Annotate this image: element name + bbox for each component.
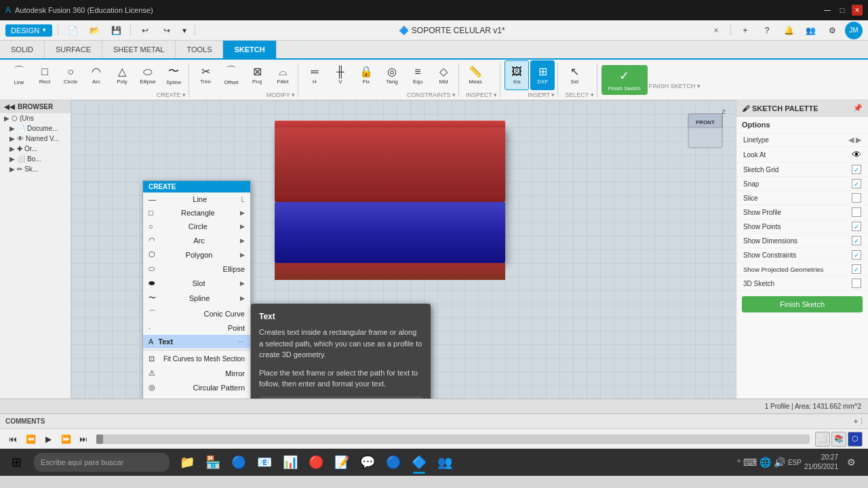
next-frame-button[interactable]: ⏩ bbox=[58, 432, 73, 447]
insert-image-tool[interactable]: 🖼Ins bbox=[505, 60, 529, 90]
3d-sketch-checkbox[interactable] bbox=[852, 279, 861, 288]
taskbar-chrome[interactable]: 🔴 bbox=[304, 450, 328, 474]
taskbar-fusion[interactable]: 🔷 bbox=[407, 450, 431, 474]
notification-icon[interactable]: 🔔 bbox=[780, 23, 797, 38]
arc-tool[interactable]: ◠Arc bbox=[84, 60, 108, 90]
ellipse-tool[interactable]: ⬭Ellipse bbox=[136, 60, 160, 90]
spline-tool[interactable]: 〜Spline bbox=[161, 60, 186, 90]
menu-item-slot[interactable]: ⬬ Slot ▶ bbox=[143, 276, 250, 290]
browser-item-bodies[interactable]: ▶ ⬜ Bo... bbox=[0, 154, 71, 164]
stack-icon-button[interactable]: 📚 bbox=[831, 432, 846, 447]
line-tool[interactable]: ⌒Line bbox=[7, 60, 31, 90]
skip-end-button[interactable]: ⏭ bbox=[76, 432, 91, 447]
browser-header[interactable]: ◀◀ BROWSER bbox=[0, 100, 71, 113]
help-icon[interactable]: ? bbox=[758, 23, 776, 38]
play-button[interactable]: ▶ bbox=[41, 432, 56, 447]
viewport[interactable]: FRONT Z CREATE — Line L □ Rectangle ▶ ○ … bbox=[71, 100, 736, 399]
collaboration-icon[interactable]: 👥 bbox=[802, 23, 819, 38]
undo-button[interactable]: ↩ bbox=[136, 23, 154, 38]
undo-dropdown[interactable]: ▾ bbox=[180, 23, 189, 38]
menu-item-arc[interactable]: ◠ Arc ▶ bbox=[143, 233, 250, 247]
taskbar-search[interactable]: Escribe aquí para buscar bbox=[34, 453, 170, 472]
maximize-button[interactable]: □ bbox=[837, 5, 848, 16]
polygon-tool[interactable]: △Poly bbox=[110, 60, 134, 90]
menu-item-line[interactable]: — Line L bbox=[143, 192, 250, 206]
show-constraints-checkbox[interactable] bbox=[852, 250, 861, 260]
taskbar-teams[interactable]: 👥 bbox=[433, 450, 457, 474]
timeline-thumb[interactable] bbox=[96, 434, 103, 444]
show-dimensions-checkbox[interactable] bbox=[852, 236, 861, 245]
redo-button[interactable]: ↪ bbox=[158, 23, 176, 38]
lookat-button[interactable]: 👁 bbox=[852, 149, 861, 160]
palette-row-slice[interactable]: Slice bbox=[736, 191, 868, 205]
close-button[interactable]: × bbox=[852, 5, 863, 16]
trim-tool[interactable]: ✂Trim bbox=[193, 60, 218, 90]
menu-item-conic[interactable]: ⌒ Conic Curve bbox=[143, 306, 250, 321]
linetype-next-icon[interactable]: ▶ bbox=[856, 136, 861, 144]
horizontal-constraint[interactable]: ═H bbox=[302, 60, 327, 90]
add-tab-button[interactable]: + bbox=[736, 23, 754, 38]
taskbar-edge[interactable]: 🔵 bbox=[226, 450, 251, 474]
browser-item-sketch[interactable]: ▶ ✏ Sk... bbox=[0, 164, 71, 174]
palette-row-show-dimensions[interactable]: Show Dimensions bbox=[736, 234, 868, 248]
taskbar-whatsapp[interactable]: 💬 bbox=[355, 450, 380, 474]
lang-indicator[interactable]: ESP bbox=[788, 459, 802, 466]
show-profile-checkbox[interactable] bbox=[852, 207, 861, 217]
menu-item-polygon[interactable]: ⬡ Polygon ▶ bbox=[143, 247, 250, 262]
select-tool[interactable]: ↖Sel bbox=[562, 60, 587, 90]
taskbar-word[interactable]: 📝 bbox=[330, 450, 354, 474]
design-dropdown[interactable]: DESIGN ▼ bbox=[5, 24, 52, 37]
fillet-tool[interactable]: ⌓Fillet bbox=[271, 60, 295, 90]
volume-icon[interactable]: 🔊 bbox=[774, 457, 785, 468]
taskbar-store[interactable]: 🏪 bbox=[201, 450, 225, 474]
menu-item-rect-pattern[interactable]: ⊞ Rectangular Pattern bbox=[143, 394, 250, 399]
browser-item-component[interactable]: ▶ ⬡ (Uns bbox=[0, 113, 71, 123]
circle-tool[interactable]: ○Circle bbox=[58, 60, 83, 90]
tab-sketch[interactable]: SKETCH bbox=[223, 41, 276, 58]
show-hidden-icons[interactable]: ^ bbox=[737, 459, 741, 466]
taskbar-powerpoint[interactable]: 📊 bbox=[278, 450, 302, 474]
close-document-button[interactable]: × bbox=[707, 23, 725, 38]
prev-frame-button[interactable]: ⏪ bbox=[23, 432, 38, 447]
cube-icon-button[interactable]: ⬡ bbox=[848, 432, 863, 447]
keyboard-icon[interactable]: ⌨ bbox=[743, 457, 757, 468]
measure-tool[interactable]: 📏Meas bbox=[463, 60, 488, 90]
browser-item-named-views[interactable]: ▶ 👁 Named V... bbox=[0, 134, 71, 144]
menu-item-spline[interactable]: 〜 Spline ▶ bbox=[143, 290, 250, 306]
tab-sheet-metal[interactable]: SHEET METAL bbox=[102, 41, 176, 58]
midpoint-constraint[interactable]: ◇Mid bbox=[431, 60, 456, 90]
open-button[interactable]: 📂 bbox=[85, 23, 103, 38]
menu-item-circle[interactable]: ○ Circle ▶ bbox=[143, 220, 250, 233]
show-projected-checkbox[interactable] bbox=[852, 264, 861, 274]
browser-item-documents[interactable]: ▶ 📄 Docume... bbox=[0, 123, 71, 134]
browser-item-origin[interactable]: ▶ ✚ Or... bbox=[0, 144, 71, 154]
timeline-track[interactable] bbox=[96, 434, 810, 444]
taskbar-clock[interactable]: 20:27 21/05/2021 bbox=[804, 453, 838, 472]
offset-tool[interactable]: ⌒Offset bbox=[219, 60, 243, 90]
vertical-constraint[interactable]: ╫V bbox=[328, 60, 353, 90]
settings-icon[interactable]: ⚙ bbox=[823, 23, 841, 38]
palette-row-show-profile[interactable]: Show Profile bbox=[736, 205, 868, 220]
menu-item-circular-pattern[interactable]: ◎ Circular Pattern bbox=[143, 380, 250, 394]
palette-row-grid[interactable]: Sketch Grid bbox=[736, 163, 868, 177]
palette-row-snap[interactable]: Snap bbox=[736, 177, 868, 191]
save-button[interactable]: 💾 bbox=[107, 23, 125, 38]
account-avatar[interactable]: JM bbox=[845, 22, 863, 39]
tab-tools[interactable]: TOOLS bbox=[176, 41, 223, 58]
palette-row-3d-sketch[interactable]: 3D Sketch bbox=[736, 277, 868, 291]
rectangle-tool[interactable]: □Rect bbox=[33, 60, 57, 90]
palette-row-show-constraints[interactable]: Show Constraints bbox=[736, 248, 868, 262]
finish-sketch-palette-button[interactable]: Finish Sketch bbox=[742, 296, 863, 312]
network-icon[interactable]: 🌐 bbox=[760, 457, 771, 468]
linetype-prev-icon[interactable]: ◀ bbox=[848, 136, 854, 144]
palette-row-show-projected[interactable]: Show Projected Geometries bbox=[736, 262, 868, 277]
taskbar-files[interactable]: 📁 bbox=[175, 450, 199, 474]
menu-item-text[interactable]: A Text ⋯ bbox=[143, 335, 250, 348]
palette-row-show-points[interactable]: Show Points bbox=[736, 220, 868, 234]
fix-constraint[interactable]: 🔒Fix bbox=[354, 60, 378, 90]
menu-item-fit-curves[interactable]: ⊡ Fit Curves to Mesh Section bbox=[143, 352, 250, 366]
equal-constraint[interactable]: ≡Equ bbox=[406, 60, 430, 90]
menu-item-rectangle[interactable]: □ Rectangle ▶ bbox=[143, 206, 250, 220]
add-comment-icon[interactable]: + bbox=[853, 417, 858, 426]
slice-checkbox[interactable] bbox=[852, 193, 861, 203]
